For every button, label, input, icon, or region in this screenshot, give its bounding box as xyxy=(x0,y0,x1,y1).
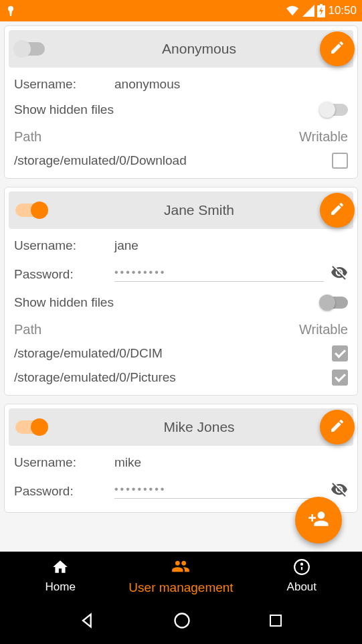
show-hidden-toggle[interactable] xyxy=(321,104,348,116)
path-row: /storage/emulated/0/Download xyxy=(5,149,357,173)
password-value: ••••••••• xyxy=(114,266,324,282)
status-left xyxy=(5,4,16,17)
writable-col-label: Writable xyxy=(299,129,348,145)
battery-charging-icon xyxy=(317,4,325,17)
card-header: Jane Smith xyxy=(9,191,353,229)
user-card-anonymous: Anonymous Username: anonymous Show hidde… xyxy=(4,25,358,179)
username-label: Username: xyxy=(14,455,114,470)
svg-rect-2 xyxy=(320,4,323,6)
edit-user-button[interactable] xyxy=(320,410,355,445)
system-nav-bar xyxy=(0,600,362,644)
path-col-label: Path xyxy=(14,322,299,337)
info-icon xyxy=(293,558,310,579)
nav-usermgmt-label: User management xyxy=(128,580,233,595)
writable-checkbox[interactable] xyxy=(332,345,348,361)
username-row: Username: mike xyxy=(5,450,357,475)
show-hidden-row: Show hidden files xyxy=(5,97,357,123)
status-bar: 10:50 xyxy=(0,0,362,21)
person-add-icon xyxy=(308,508,329,532)
nav-about-label: About xyxy=(287,580,316,594)
username-row: Username: anonymous xyxy=(5,72,357,97)
svg-point-0 xyxy=(8,6,13,11)
path-row: /storage/emulated/0/Pictures xyxy=(5,366,357,390)
user-card-jane: Jane Smith Username: jane Password: ••••… xyxy=(4,187,358,396)
nav-home-label: Home xyxy=(45,580,75,594)
writable-checkbox[interactable] xyxy=(332,370,348,386)
status-right: 10:50 xyxy=(285,4,357,17)
eye-off-icon[interactable] xyxy=(331,264,348,285)
path-row: /storage/emulated/0/DCIM xyxy=(5,341,357,366)
show-hidden-label: Show hidden files xyxy=(14,102,321,117)
people-icon xyxy=(171,557,190,579)
user-enabled-toggle[interactable] xyxy=(15,420,45,434)
bottom-nav: Home User management About xyxy=(0,552,362,600)
pencil-icon xyxy=(329,39,345,58)
show-hidden-toggle[interactable] xyxy=(321,297,348,309)
card-header: Mike Jones xyxy=(9,408,353,446)
username-value: mike xyxy=(114,455,348,470)
svg-rect-7 xyxy=(270,615,281,626)
sys-recent-button[interactable] xyxy=(268,613,284,631)
content-area: Anonymous Username: anonymous Show hidde… xyxy=(0,21,362,552)
writable-checkbox[interactable] xyxy=(332,153,348,169)
username-label: Username: xyxy=(14,238,114,253)
user-enabled-toggle[interactable] xyxy=(15,42,45,56)
user-enabled-toggle[interactable] xyxy=(15,204,45,217)
svg-point-5 xyxy=(301,563,302,564)
wifi-icon xyxy=(285,5,300,17)
sys-back-button[interactable] xyxy=(78,611,97,633)
edit-user-button[interactable] xyxy=(320,193,355,228)
status-time: 10:50 xyxy=(328,4,357,17)
user-title: Anonymous xyxy=(45,41,353,57)
svg-point-6 xyxy=(175,614,189,628)
sys-home-button[interactable] xyxy=(173,611,191,633)
path-text: /storage/emulated/0/DCIM xyxy=(14,346,332,361)
password-label: Password: xyxy=(14,267,114,282)
path-col-label: Path xyxy=(14,129,299,145)
eye-off-icon[interactable] xyxy=(331,481,348,501)
username-row: Username: jane xyxy=(5,233,357,258)
username-value: anonymous xyxy=(114,77,348,92)
signal-icon xyxy=(302,5,314,17)
password-value: ••••••••• xyxy=(114,483,324,499)
pencil-icon xyxy=(329,201,345,220)
show-hidden-row: Show hidden files xyxy=(5,290,357,315)
user-title: Jane Smith xyxy=(45,202,353,218)
writable-col-label: Writable xyxy=(299,322,348,337)
card-header: Anonymous xyxy=(9,30,353,68)
nav-user-management[interactable]: User management xyxy=(120,552,241,600)
keyhole-icon xyxy=(5,4,16,17)
path-header: Path Writable xyxy=(5,315,357,341)
path-text: /storage/emulated/0/Pictures xyxy=(14,370,332,385)
pencil-icon xyxy=(329,418,345,436)
username-label: Username: xyxy=(14,77,114,92)
password-label: Password: xyxy=(14,484,114,499)
password-row: Password: ••••••••• xyxy=(5,258,357,290)
user-title: Mike Jones xyxy=(45,419,353,435)
edit-user-button[interactable] xyxy=(320,31,355,66)
add-user-fab[interactable] xyxy=(295,497,342,544)
nav-home[interactable]: Home xyxy=(0,552,120,600)
path-header: Path Writable xyxy=(5,123,357,149)
path-text: /storage/emulated/0/Download xyxy=(14,153,332,168)
username-value: jane xyxy=(114,238,348,253)
show-hidden-label: Show hidden files xyxy=(14,295,321,310)
home-icon xyxy=(52,558,69,579)
user-card-mike: Mike Jones Username: mike Password: ••••… xyxy=(4,404,358,513)
nav-about[interactable]: About xyxy=(242,552,362,600)
